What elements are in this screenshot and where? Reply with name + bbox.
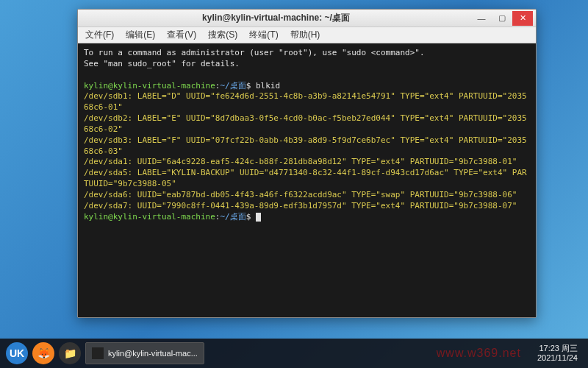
task-label: kylin@kylin-virtual-mac... — [108, 349, 198, 358]
menu-view[interactable]: 查看(V) — [164, 27, 199, 43]
prompt-path: ~/桌面 — [220, 81, 245, 91]
close-button[interactable]: ✕ — [512, 11, 533, 26]
menubar: 文件(F) 编辑(E) 查看(V) 搜索(S) 终端(T) 帮助(H) — [78, 27, 536, 43]
menu-search[interactable]: 搜索(S) — [205, 27, 240, 43]
cursor-icon — [256, 213, 261, 222]
clock-date: 2021/11/24 — [537, 353, 578, 363]
taskbar-task-terminal[interactable]: kylin@kylin-virtual-mac... — [85, 342, 204, 364]
window-controls: — ▢ ✕ — [471, 11, 533, 26]
start-menu-button[interactable]: UK — [6, 342, 28, 364]
watermark-text: www.w369.net — [437, 347, 521, 360]
menu-file[interactable]: 文件(F) — [82, 27, 117, 43]
firefox-icon[interactable]: 🦊 — [32, 342, 54, 364]
menu-terminal[interactable]: 终端(T) — [246, 27, 281, 43]
files-icon[interactable]: 📁 — [59, 342, 81, 364]
clock-time: 17:23 周三 — [537, 344, 578, 353]
blkid-line-sda1: /dev/sda1: UUID="6a4c9228-eaf5-424c-b88f… — [84, 157, 517, 166]
window-title: kylin@kylin-virtual-machine: ~/桌面 — [81, 12, 471, 24]
titlebar[interactable]: kylin@kylin-virtual-machine: ~/桌面 — ▢ ✕ — [78, 10, 536, 27]
blkid-line-sda7: /dev/sda7: UUID="7990c8ff-0441-439a-89d9… — [84, 201, 517, 210]
clock[interactable]: 17:23 周三 2021/11/24 — [533, 344, 582, 363]
terminal-window: kylin@kylin-virtual-machine: ~/桌面 — ▢ ✕ … — [77, 9, 537, 318]
terminal-body[interactable]: To run a command as administrator (user … — [78, 43, 536, 317]
taskbar: UK 🦊 📁 kylin@kylin-virtual-mac... www.w3… — [0, 339, 588, 368]
blkid-line-sdb2: /dev/sdb2: LABEL="E" UUID="8d7dbaa3-0f5e… — [84, 113, 527, 134]
terminal-icon — [92, 347, 104, 359]
menu-help[interactable]: 帮助(H) — [287, 27, 323, 43]
menu-edit[interactable]: 编辑(E) — [123, 27, 158, 43]
prompt-path: ~/桌面 — [220, 212, 245, 222]
prompt-user: kylin@kylin-virtual-machine — [84, 212, 215, 222]
prompt-user: kylin@kylin-virtual-machine — [84, 81, 215, 91]
blkid-line-sdb3: /dev/sdb3: LABEL="F" UUID="07fcf22b-0abb… — [84, 135, 527, 156]
blkid-line-sda5: /dev/sda5: LABEL="KYLIN-BACKUP" UUID="d4… — [84, 168, 527, 188]
minimize-button[interactable]: — — [471, 11, 492, 26]
blkid-line-sda6: /dev/sda6: UUID="eab787bd-db05-4f43-a46f… — [84, 190, 517, 199]
command-blkid: blkid — [256, 81, 280, 91]
blkid-line-sdb1: /dev/sdb1: LABEL="D" UUID="fe624d6d-2551… — [84, 91, 527, 112]
maximize-button[interactable]: ▢ — [492, 11, 512, 26]
sudo-banner: To run a command as administrator (user … — [84, 48, 425, 68]
